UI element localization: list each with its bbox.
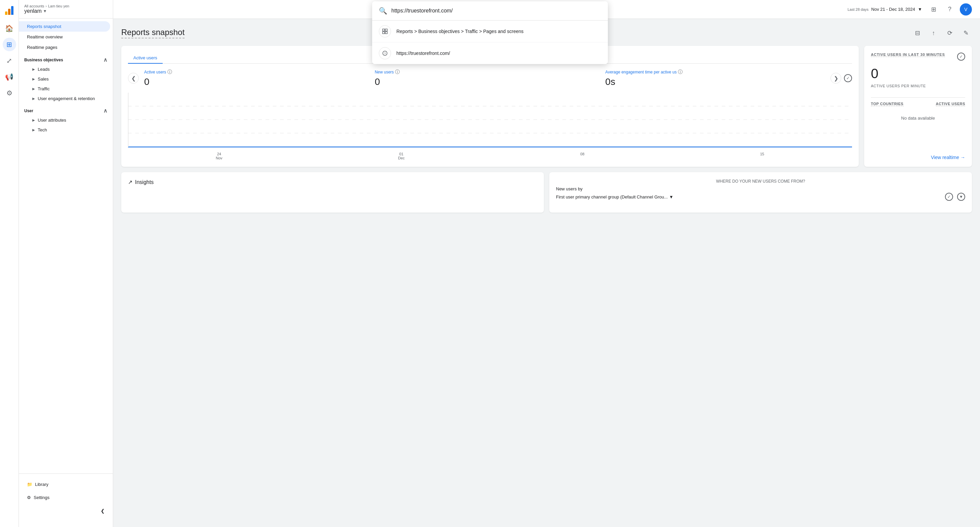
svg-rect-9: [385, 32, 387, 34]
search-result-report-icon: [379, 25, 391, 37]
svg-rect-6: [383, 29, 385, 31]
search-result-report[interactable]: Reports > Business objectives > Traffic …: [372, 21, 608, 42]
svg-rect-7: [385, 29, 387, 31]
search-icon: 🔍: [379, 7, 387, 15]
search-overlay[interactable]: 🔍 Reports > Business objectives > Traffi…: [0, 0, 980, 527]
grid-icon: [382, 29, 388, 34]
search-result-report-text: Reports > Business objectives > Traffic …: [396, 29, 524, 34]
svg-rect-8: [383, 32, 385, 34]
search-result-url-icon: ?: [379, 47, 391, 59]
search-result-url[interactable]: ? https://truestorefront.com/: [372, 42, 608, 64]
search-input[interactable]: [391, 8, 601, 14]
help-circle-icon: ?: [382, 51, 388, 56]
search-input-row: 🔍: [372, 2, 608, 21]
search-result-url-text: https://truestorefront.com/: [396, 51, 450, 56]
svg-text:?: ?: [384, 52, 386, 55]
search-dropdown: 🔍 Reports > Business objectives > Traffi…: [372, 2, 608, 64]
